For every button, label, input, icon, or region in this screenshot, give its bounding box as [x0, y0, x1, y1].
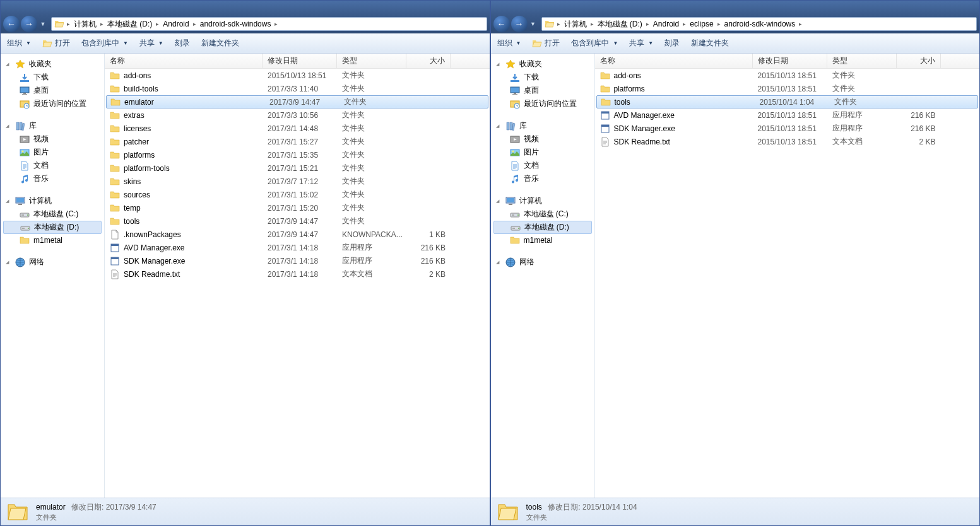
open-button[interactable]: 打开 [42, 38, 70, 49]
file-row[interactable]: emulator2017/3/9 14:47文件夹 [106, 95, 488, 108]
sidebar-computer[interactable]: 计算机 [491, 194, 594, 207]
sidebar-favorites[interactable]: 收藏夹 [491, 57, 594, 71]
sidebar-item[interactable]: 文档 [491, 159, 594, 172]
sidebar-item[interactable]: m1metal [1, 234, 104, 247]
status-name: tools [526, 503, 542, 511]
column-type[interactable]: 类型 [337, 54, 406, 68]
breadcrumb-item[interactable]: 本地磁盘 (D:) [105, 19, 155, 30]
network-icon [15, 257, 25, 267]
file-row[interactable]: build-tools2017/3/3 11:40文件夹 [105, 82, 490, 95]
breadcrumb-item[interactable]: Android [651, 20, 682, 28]
file-row[interactable]: platforms2015/10/13 18:51文件夹 [595, 82, 980, 95]
share-button[interactable]: 共享▼ [139, 38, 163, 49]
newfolder-button[interactable]: 新建文件夹 [201, 38, 239, 49]
back-button[interactable]: ← [493, 16, 510, 32]
sidebar-item[interactable]: 桌面 [1, 84, 104, 97]
burn-button[interactable]: 刻录 [664, 38, 680, 49]
sidebar-item[interactable]: 视频 [1, 132, 104, 146]
include-button[interactable]: 包含到库中▼ [571, 38, 618, 49]
sidebar-item[interactable]: 文档 [1, 159, 104, 172]
sidebar-item[interactable]: 音乐 [1, 172, 104, 185]
folder-icon [601, 97, 611, 107]
breadcrumb-item[interactable]: Android [160, 20, 191, 28]
sidebar-item[interactable]: 本地磁盘 (D:) [3, 221, 102, 234]
folder-icon [110, 163, 120, 173]
file-row[interactable]: SDK Manager.exe2017/3/1 14:18应用程序216 KB [105, 254, 490, 267]
status-type: 文件夹 [526, 513, 637, 522]
organize-button[interactable]: 组织▼ [497, 38, 521, 49]
column-name[interactable]: 名称 [595, 54, 753, 68]
file-row[interactable]: add-ons2015/10/13 18:51文件夹 [595, 69, 980, 82]
burn-button[interactable]: 刻录 [175, 38, 190, 49]
newfolder-button[interactable]: 新建文件夹 [691, 38, 729, 49]
sidebar-item[interactable]: 图片 [1, 146, 104, 159]
file-row[interactable]: SDK Readme.txt2015/10/13 18:51文本文档2 KB [595, 135, 980, 148]
breadcrumb[interactable]: ▸ 计算机▸ 本地磁盘 (D:)▸ Android▸ eclipse▸ andr… [541, 17, 977, 31]
sidebar-item[interactable]: 本地磁盘 (D:) [493, 221, 592, 234]
title-bar[interactable] [491, 1, 980, 15]
sidebar-item[interactable]: 最近访问的位置 [491, 97, 594, 110]
file-row[interactable]: SDK Readme.txt2017/3/1 14:18文本文档2 KB [105, 267, 490, 281]
drive-icon [20, 223, 30, 233]
sidebar-item[interactable]: 下载 [1, 71, 104, 84]
sidebar-computer[interactable]: 计算机 [1, 194, 104, 207]
file-row[interactable]: AVD Manager.exe2017/3/1 14:18应用程序216 KB [105, 241, 490, 254]
sidebar-favorites[interactable]: 收藏夹 [1, 57, 104, 71]
breadcrumb[interactable]: ▸ 计算机▸ 本地磁盘 (D:)▸ Android▸ android-sdk-w… [51, 17, 487, 31]
share-button[interactable]: 共享▼ [629, 38, 653, 49]
breadcrumb-item[interactable]: android-sdk-windows [198, 20, 274, 28]
column-date[interactable]: 修改日期 [263, 54, 337, 68]
sidebar-libraries[interactable]: 库 [1, 119, 104, 132]
breadcrumb-item[interactable]: 计算机 [71, 19, 99, 30]
column-size[interactable]: 大小 [897, 54, 941, 68]
title-bar[interactable] [1, 1, 490, 15]
file-row[interactable]: extras2017/3/3 10:56文件夹 [105, 108, 490, 122]
sidebar-item[interactable]: 本地磁盘 (C:) [491, 207, 594, 221]
history-dropdown[interactable]: ▼ [529, 17, 538, 31]
folder-icon [54, 19, 64, 29]
forward-button[interactable]: → [21, 16, 37, 32]
drive-icon [511, 223, 521, 233]
column-type[interactable]: 类型 [827, 54, 897, 68]
breadcrumb-item[interactable]: 本地磁盘 (D:) [595, 19, 645, 30]
sidebar-item[interactable]: 图片 [491, 146, 594, 159]
libraries-icon [15, 121, 25, 131]
breadcrumb-item[interactable]: android-sdk-windows [722, 20, 798, 28]
file-row[interactable]: tools2015/10/14 1:04文件夹 [596, 95, 979, 108]
file-row[interactable]: temp2017/3/1 15:20文件夹 [105, 201, 490, 214]
sidebar-item[interactable]: 本地磁盘 (C:) [1, 207, 104, 221]
sidebar-item[interactable]: m1metal [491, 234, 594, 247]
forward-button[interactable]: → [511, 16, 528, 32]
file-row[interactable]: platform-tools2017/3/1 15:21文件夹 [105, 161, 490, 175]
file-row[interactable]: .knownPackages2017/3/9 14:47KNOWNPACKA..… [105, 228, 490, 241]
file-row[interactable]: AVD Manager.exe2015/10/13 18:51应用程序216 K… [595, 108, 980, 122]
column-date[interactable]: 修改日期 [753, 54, 827, 68]
sidebar-item[interactable]: 音乐 [491, 172, 594, 185]
file-row[interactable]: sources2017/3/1 15:02文件夹 [105, 188, 490, 201]
organize-button[interactable]: 组织▼ [7, 38, 31, 49]
sidebar-item[interactable]: 桌面 [491, 84, 594, 97]
sidebar-network[interactable]: 网络 [491, 255, 594, 269]
sidebar-item[interactable]: 视频 [491, 132, 594, 146]
file-row[interactable]: licenses2017/3/1 14:48文件夹 [105, 122, 490, 135]
back-button[interactable]: ← [3, 16, 20, 32]
file-row[interactable]: SDK Manager.exe2015/10/13 18:51应用程序216 K… [595, 122, 980, 135]
sidebar-item[interactable]: 最近访问的位置 [1, 97, 104, 110]
sidebar-libraries[interactable]: 库 [491, 119, 594, 132]
file-row[interactable]: skins2017/3/7 17:12文件夹 [105, 175, 490, 188]
file-row[interactable]: tools2017/3/9 14:47文件夹 [105, 214, 490, 228]
column-size[interactable]: 大小 [406, 54, 451, 68]
include-button[interactable]: 包含到库中▼ [81, 38, 128, 49]
folder-icon [600, 71, 610, 81]
column-name[interactable]: 名称 [105, 54, 263, 68]
sidebar-network[interactable]: 网络 [1, 255, 104, 269]
history-dropdown[interactable]: ▼ [38, 17, 47, 31]
open-button[interactable]: 打开 [532, 38, 560, 49]
breadcrumb-item[interactable]: eclipse [687, 20, 716, 28]
sidebar-item[interactable]: 下载 [491, 71, 594, 84]
breadcrumb-item[interactable]: 计算机 [562, 19, 589, 30]
file-row[interactable]: platforms2017/3/1 15:35文件夹 [105, 148, 490, 161]
desktop-icon [510, 86, 520, 96]
file-row[interactable]: add-ons2015/10/13 18:51文件夹 [105, 69, 490, 82]
file-row[interactable]: patcher2017/3/1 15:27文件夹 [105, 135, 490, 148]
